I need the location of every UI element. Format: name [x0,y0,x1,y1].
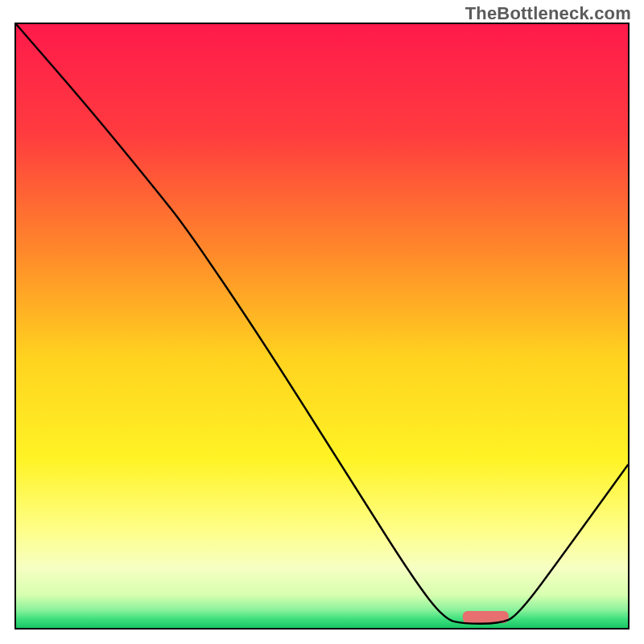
watermark-text: TheBottleneck.com [465,3,631,24]
chart-svg [16,24,628,628]
chart-container: TheBottleneck.com [0,0,644,644]
plot-area [14,23,630,630]
bottleneck-curve-path [16,24,628,624]
